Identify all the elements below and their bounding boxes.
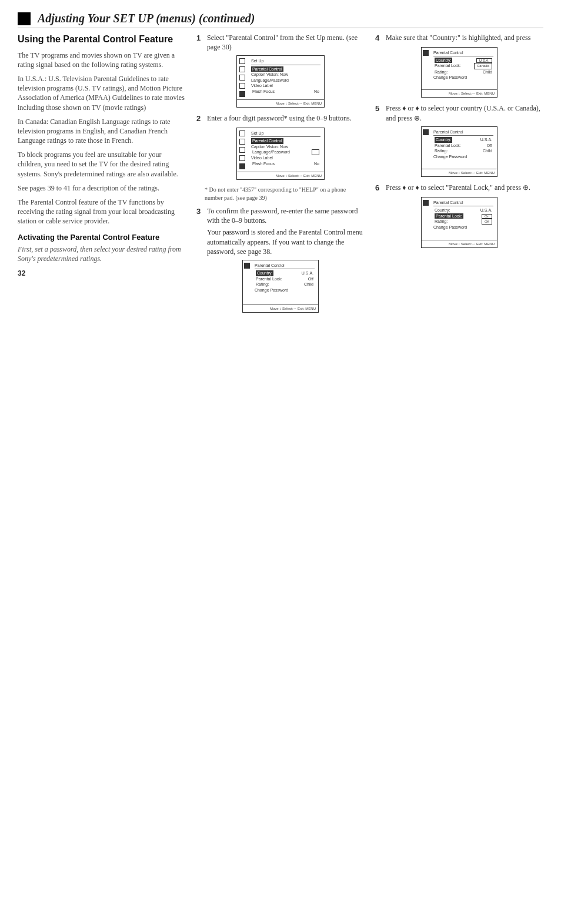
osd-parental-menu-2: Parental Control Country: U.S.A. Parenta… — [421, 47, 497, 98]
osd-lock-value: Off — [487, 143, 492, 148]
osd-lock-opt-on: On — [482, 214, 492, 219]
step-2: 2 Enter a four digit password* using the… — [196, 113, 365, 124]
sidebar-icon — [239, 83, 245, 89]
step-3: 3 To confirm the password, re-enter the … — [196, 206, 365, 256]
step-6-text: Press ♦ or ♦ to select "Parental Lock," … — [386, 183, 543, 193]
subheading-activating: Activating the Parental Control Feature — [18, 232, 186, 243]
lock-icon — [423, 129, 429, 135]
osd-country-label: Country: — [435, 207, 450, 213]
step-number-2: 2 — [196, 113, 203, 124]
lock-icon — [244, 263, 250, 269]
osd-lock-opt-off: Off — [482, 219, 492, 225]
osd-rating-label: Rating: — [435, 148, 448, 153]
osd-row-label: Flash Focus — [252, 161, 275, 166]
osd-row-value: No — [314, 89, 319, 94]
osd-title: Parental Control — [255, 263, 315, 269]
column-left: Using the Parental Control Feature The T… — [18, 33, 186, 319]
intro-para-1: The TV programs and movies shown on TV a… — [18, 51, 186, 69]
osd-title: Set Up — [251, 58, 320, 65]
page-number: 32 — [18, 269, 186, 278]
osd-lock-label: Parental Lock: — [435, 143, 461, 148]
intro-para-block: To block programs you feel are unsuitabl… — [18, 150, 186, 179]
osd-row-label: Flash Focus — [252, 89, 275, 94]
sidebar-icon — [239, 66, 245, 72]
osd-row: Video Label — [251, 83, 320, 88]
osd-rating-label: Rating: — [435, 69, 448, 75]
osd-parental-menu-3: Parental Control Country: U.S.A. Parenta… — [421, 126, 497, 177]
intro-para-usa: In U.S.A.: U.S. Television Parental Guid… — [18, 74, 186, 112]
osd-country-label: Country: — [256, 270, 273, 276]
intro-para-canada: In Canada: Canadian English Language rat… — [18, 117, 186, 146]
step-4-text: Make sure that "Country:" is highlighted… — [386, 33, 543, 43]
osd-title: Parental Control — [433, 50, 493, 56]
step-2-footnote: * Do not enter "4357" corresponding to "… — [205, 186, 365, 202]
osd-highlight: Parental Control — [251, 66, 283, 72]
step-5: 5 Press ♦ or ♦ to select your country (U… — [375, 103, 543, 122]
osd-change-password: Change Password — [433, 225, 493, 230]
osd-rating-value: Child — [304, 282, 313, 287]
osd-change-password: Change Password — [433, 154, 493, 159]
sidebar-icon-active — [239, 91, 245, 97]
osd-parental-menu-1: Parental Control Country: U.S.A. Parenta… — [242, 260, 319, 313]
osd-footer: Move:↕ Select:↔ Exit: MENU — [422, 169, 497, 176]
osd-footer: Move:↕ Select:↔ Exit: MENU — [243, 304, 318, 312]
osd-setup-menu-2: Set Up Parental Control Caption Vision: … — [236, 128, 325, 180]
osd-country-value: U.S.A. — [480, 207, 492, 213]
osd-setup-menu-1: Set Up Parental Control Caption Vision: … — [236, 55, 325, 108]
sidebar-icon — [239, 147, 245, 153]
osd-lock-label: Parental Lock: — [256, 276, 282, 282]
osd-country-value: U.S.A. — [480, 137, 492, 142]
intro-para-function: The Parental Control feature of the TV f… — [18, 197, 186, 226]
step-1: 1 Select "Parental Control" from the Set… — [196, 33, 365, 52]
osd-lock-label: Parental Lock: — [435, 63, 461, 69]
osd-rating-label: Rating: — [435, 219, 448, 225]
osd-parental-menu-4: Parental Control Country: U.S.A. Parenta… — [421, 197, 497, 248]
step-2-text: Enter a four digit password* using the 0… — [207, 113, 365, 124]
step-number-1: 1 — [196, 33, 203, 52]
step-4: 4 Make sure that "Country:" is highlight… — [375, 33, 543, 43]
osd-highlight: Parental Control — [251, 138, 283, 143]
intro-para-seepages: See pages 39 to 41 for a description of … — [18, 183, 186, 193]
osd-row: Language/Password — [251, 78, 320, 83]
activating-instruction: First, set a password, then select your … — [18, 245, 186, 263]
sidebar-icon — [239, 155, 245, 161]
header-square-icon — [18, 12, 31, 25]
osd-country-opt-usa: U.S.A. — [476, 58, 492, 63]
sidebar-icon — [239, 139, 245, 145]
step-number-3: 3 — [196, 206, 203, 256]
osd-footer: Move:↕ Select:↔ Exit: MENU — [422, 89, 497, 97]
step-6: 6 Press ♦ or ♦ to select "Parental Lock,… — [375, 183, 543, 193]
section-heading-parental: Using the Parental Control Feature — [18, 33, 186, 46]
osd-country-value: U.S.A. — [302, 270, 313, 276]
osd-title: Parental Control — [433, 129, 493, 136]
osd-change-password: Change Password — [255, 287, 315, 293]
osd-rating-value: Child — [483, 69, 492, 75]
sidebar-icon — [239, 130, 245, 136]
osd-rating-value: Child — [483, 148, 492, 153]
osd-row: Caption Vision: Now — [251, 72, 320, 77]
osd-lock-value: Off — [308, 276, 313, 282]
column-right: 4 Make sure that "Country:" is highlight… — [375, 33, 543, 319]
osd-country-label: Country: — [435, 137, 452, 142]
osd-title: Set Up — [251, 130, 320, 137]
step-3-text-b: Your password is stored and the Parental… — [207, 227, 365, 256]
content-columns: Using the Parental Control Feature The T… — [18, 33, 543, 319]
osd-row-label: Language/Password — [252, 149, 290, 155]
osd-footer: Move:↕ Select:↔ Exit: MENU — [237, 172, 324, 179]
sidebar-icon — [239, 58, 245, 64]
osd-country-opt-canada: Canada — [474, 63, 492, 69]
osd-change-password: Change Password — [433, 75, 493, 80]
page-header: Adjusting Your SET UP (menus) (continued… — [18, 12, 543, 28]
osd-title: Parental Control — [433, 200, 493, 206]
step-1-text: Select "Parental Control" from the Set U… — [207, 33, 365, 52]
osd-rating-label: Rating: — [256, 282, 269, 287]
sidebar-icon-active — [239, 163, 245, 169]
step-number-5: 5 — [375, 103, 382, 122]
sidebar-icon — [239, 75, 245, 81]
osd-lock-label: Parental Lock: — [435, 213, 463, 219]
step-number-6: 6 — [375, 183, 382, 193]
step-5-text: Press ♦ or ♦ to select your country (U.S… — [386, 103, 543, 122]
osd-country-label: Country: — [435, 58, 452, 63]
column-middle: 1 Select "Parental Control" from the Set… — [196, 33, 365, 319]
osd-row-value: No — [314, 161, 319, 166]
